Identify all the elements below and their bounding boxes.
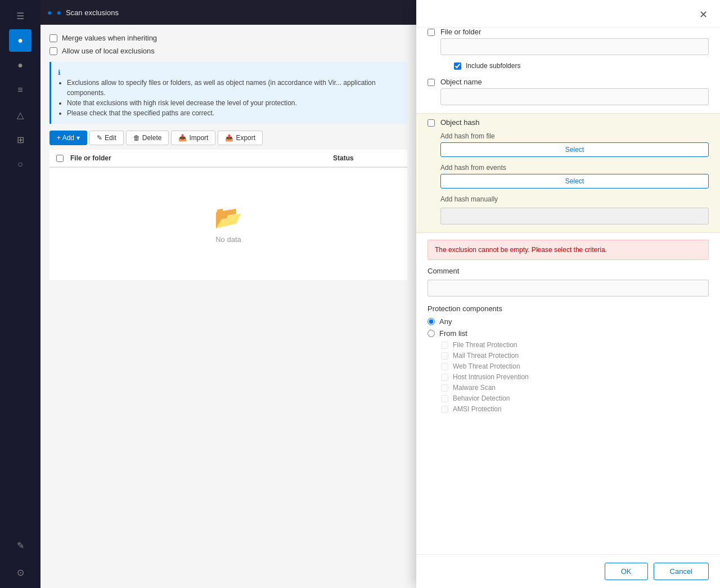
export-icon: 📤	[225, 134, 233, 142]
radio-any[interactable]	[428, 318, 435, 325]
comp-amsi-protection-label: AMSI Protection	[453, 405, 502, 413]
object-name-input[interactable]	[440, 88, 709, 105]
include-subfolders-checkbox[interactable]	[454, 62, 461, 70]
col-status: Status	[333, 154, 400, 162]
no-data-text: No data	[215, 235, 241, 244]
error-box: The exclusion cannot be empty. Please se…	[428, 240, 709, 260]
import-button[interactable]: 📥 Import	[171, 131, 215, 145]
info-box: ℹ Exclusions allow to specify files or f…	[50, 62, 407, 124]
add-button[interactable]: + Add ▾	[50, 131, 87, 145]
content-area: Merge values when inheriting Allow use o…	[40, 25, 416, 588]
allow-local-checkbox[interactable]	[50, 47, 57, 55]
comp-file-threat-checkbox	[441, 342, 448, 349]
page-title: Scan exclusions	[66, 8, 119, 17]
comp-file-threat: File Threat Protection	[441, 341, 709, 349]
info-item-3: Please check that the specified paths ar…	[67, 108, 400, 118]
allow-local-exclusions-row: Allow use of local exclusions	[50, 47, 407, 55]
sidebar-icon-alert[interactable]: △	[9, 104, 32, 126]
comp-malware-scan: Malware Scan	[441, 384, 709, 392]
no-data-icon: 📂	[214, 204, 242, 231]
add-hash-manually-label: Add hash manually	[440, 195, 709, 203]
top-bar: ● ● Scan exclusions	[40, 0, 416, 25]
comp-behavior-detection-checkbox	[441, 395, 448, 402]
cancel-button[interactable]: Cancel	[654, 563, 709, 580]
ok-label: OK	[621, 567, 632, 576]
sidebar-icon-bottom-1[interactable]: ✎	[9, 534, 32, 556]
radio-any-label: Any	[439, 317, 452, 326]
radio-from-list[interactable]	[428, 330, 435, 337]
export-button[interactable]: 📤 Export	[218, 131, 263, 145]
delete-icon: 🗑	[133, 134, 140, 142]
delete-label: Delete	[142, 134, 162, 142]
edit-button[interactable]: ✎ Edit	[89, 131, 124, 145]
import-label: Import	[189, 134, 208, 142]
sidebar-icon-2[interactable]: ●	[9, 54, 32, 77]
hash-manual-input[interactable]	[440, 208, 709, 225]
sidebar-icon-bottom-2[interactable]: ⊙	[9, 561, 32, 583]
info-icon: ℹ	[58, 69, 61, 77]
object-hash-section: Object hash Add hash from file Select Ad…	[416, 113, 720, 233]
object-hash-label: Object hash	[440, 118, 709, 127]
protection-components-section: Protection components Any From list File…	[428, 304, 709, 413]
sidebar-menu-icon[interactable]: ☰	[9, 5, 32, 27]
comp-web-threat-checkbox	[441, 363, 448, 370]
include-subfolders-row: Include subfolders	[454, 62, 709, 70]
add-hash-from-file-label: Add hash from file	[440, 132, 709, 140]
sidebar-icon-grid[interactable]: ⊞	[9, 128, 32, 151]
info-list: Exclusions allow to specify files or fol…	[67, 78, 400, 118]
add-hash-from-events-label: Add hash from events	[440, 164, 709, 172]
comp-amsi-protection-checkbox	[441, 406, 448, 413]
comp-malware-scan-checkbox	[441, 384, 448, 392]
merge-values-label: Merge values when inheriting	[62, 34, 157, 42]
comp-mail-threat-label: Mail Threat Protection	[453, 352, 519, 360]
close-button[interactable]: ✕	[695, 7, 711, 23]
comp-web-threat-label: Web Threat Protection	[453, 362, 520, 370]
radio-any-row: Any	[428, 317, 709, 326]
include-subfolders-label: Include subfolders	[466, 62, 520, 70]
cancel-label: Cancel	[670, 567, 692, 576]
comp-behavior-detection-label: Behavior Detection	[453, 394, 510, 402]
file-folder-checkbox[interactable]	[428, 29, 435, 36]
sidebar-icon-circle[interactable]: ○	[9, 153, 32, 176]
select-events-button[interactable]: Select	[440, 174, 709, 188]
comp-file-threat-label: File Threat Protection	[453, 341, 518, 349]
select-file-button[interactable]: Select	[440, 142, 709, 157]
comp-mail-threat: Mail Threat Protection	[441, 352, 709, 360]
sidebar-icon-1[interactable]: ●	[9, 29, 32, 52]
file-folder-input[interactable]	[440, 38, 709, 55]
dialog-footer: OK Cancel	[416, 554, 720, 588]
component-list: File Threat Protection Mail Threat Prote…	[441, 341, 709, 413]
topbar-icon-1: ●	[47, 8, 52, 17]
comment-label: Comment	[428, 267, 709, 275]
select-events-label: Select	[565, 177, 584, 185]
table-select-all-checkbox[interactable]	[56, 155, 64, 162]
comp-host-intrusion: Host Intrusion Prevention	[441, 373, 709, 381]
error-message: The exclusion cannot be empty. Please se…	[435, 246, 607, 254]
comp-host-intrusion-label: Host Intrusion Prevention	[453, 373, 529, 381]
info-item-1: Exclusions allow to specify files or fol…	[67, 78, 400, 98]
import-icon: 📥	[178, 134, 187, 142]
comp-malware-scan-label: Malware Scan	[453, 384, 496, 392]
dialog-body: File or folder Include subfolders Object…	[416, 28, 720, 554]
col-file-folder: File or folder	[70, 154, 333, 162]
merge-values-checkbox[interactable]	[50, 34, 57, 42]
close-icon: ✕	[699, 8, 708, 21]
add-label: + Add	[57, 134, 74, 142]
comment-input[interactable]	[428, 280, 709, 297]
object-name-label: Object name	[440, 78, 709, 86]
object-name-checkbox[interactable]	[428, 79, 435, 86]
ok-button[interactable]: OK	[605, 563, 648, 580]
file-folder-label: File or folder	[440, 28, 709, 36]
export-label: Export	[236, 134, 255, 142]
object-hash-checkbox[interactable]	[428, 119, 435, 127]
sidebar-icon-list[interactable]: ≡	[9, 79, 32, 101]
edit-icon: ✎	[97, 134, 102, 142]
no-data-area: 📂 No data	[50, 168, 407, 280]
info-item-2: Note that exclusions with high risk leve…	[67, 98, 400, 108]
add-chevron-icon: ▾	[76, 134, 80, 142]
delete-button[interactable]: 🗑 Delete	[126, 131, 169, 145]
radio-from-list-label: From list	[439, 329, 467, 338]
comp-behavior-detection: Behavior Detection	[441, 394, 709, 402]
toolbar: + Add ▾ ✎ Edit 🗑 Delete 📥 Import 📤 Expor…	[50, 131, 407, 145]
comp-mail-threat-checkbox	[441, 352, 448, 360]
